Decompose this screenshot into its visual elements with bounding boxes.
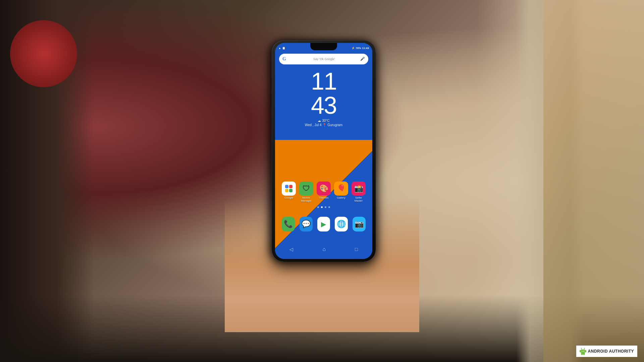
phone-screen: ▲ 📋 ⚡ 78% 11:43 G Say 'Ok Google' 🎤 11 4… — [275, 43, 372, 259]
page-dot-3 — [325, 206, 326, 208]
svg-rect-9 — [585, 350, 586, 352]
clock-hour: 11 — [275, 69, 372, 93]
svg-rect-8 — [580, 350, 581, 352]
android-robot-icon — [580, 348, 586, 355]
navigation-bar: ◁ ⌂ □ — [275, 246, 372, 252]
phone-scene: ▲ 📋 ⚡ 78% 11:43 G Say 'Ok Google' 🎤 11 4… — [225, 30, 419, 332]
app-label-google: Google — [284, 197, 293, 200]
page-dot-1 — [317, 206, 319, 208]
app-label-gallery: Gallery — [337, 197, 345, 200]
screenshot-icon: 📋 — [282, 47, 285, 50]
weather-info: ☁ 30°C — [275, 119, 372, 122]
app-label-mobile-manager: MobileManager — [301, 197, 312, 203]
app-icon-mobile-manager[interactable]: 🛡 MobileManager — [299, 182, 313, 203]
app-icon-gallery[interactable]: 🎈 Gallery — [334, 182, 348, 203]
dock-camera[interactable]: 📷 — [353, 217, 366, 231]
bg-curtain — [543, 0, 644, 362]
dock-phone[interactable]: 📞 — [282, 217, 295, 231]
nav-home-button[interactable]: ⌂ — [322, 246, 326, 252]
svg-point-1 — [582, 351, 582, 352]
page-dot-2 — [321, 206, 323, 208]
svg-rect-10 — [581, 354, 583, 355]
g-dot-green — [289, 189, 292, 192]
dock-messages[interactable]: 💬 — [300, 217, 313, 231]
mic-icon[interactable]: 🎤 — [360, 57, 365, 61]
dock-row: 📞 💬 ▶ 🌐 📷 — [275, 217, 372, 231]
app-icon-selfie-master[interactable]: 📸 SelfieMaster — [352, 182, 366, 203]
google-logo: G — [282, 56, 288, 62]
nav-recents-button[interactable]: □ — [355, 247, 358, 252]
page-dot-4 — [328, 206, 330, 208]
clock-status: 11:43 — [362, 47, 369, 50]
dock-play-store[interactable]: ▶ — [317, 217, 330, 231]
watermark-text: ANDROID AUTHORITY — [588, 349, 634, 354]
clock-minute: 43 — [275, 93, 372, 117]
svg-point-6 — [584, 348, 585, 349]
page-dots — [275, 206, 372, 208]
app-icons-row: Google 🛡 MobileManager 🎨 Themes 🎈 Galler… — [275, 182, 372, 203]
svg-rect-11 — [583, 354, 585, 355]
google-search-bar[interactable]: G Say 'Ok Google' 🎤 — [279, 54, 368, 64]
clock-widget: 11 43 ☁ 30°C Wed , Jul 4 📍 Gurugram — [275, 69, 372, 127]
bluetooth-icon: ⚡ — [352, 47, 355, 50]
bg-red-circle — [10, 20, 77, 87]
phone-notch — [310, 43, 337, 50]
dock-chrome[interactable]: 🌐 — [335, 217, 348, 231]
svg-point-2 — [583, 351, 584, 352]
battery-percentage: 78% — [356, 47, 361, 50]
status-right: ⚡ 78% 11:43 — [352, 47, 369, 50]
wifi-icon: ▲ — [278, 47, 281, 50]
status-left: ▲ 📋 — [278, 47, 285, 50]
watermark: ANDROID AUTHORITY — [576, 346, 637, 357]
nav-back-button[interactable]: ◁ — [289, 247, 293, 252]
g-dot-red — [289, 185, 292, 188]
google-apps-grid — [284, 184, 293, 193]
app-label-themes: Themes — [319, 197, 329, 200]
app-icon-themes[interactable]: 🎨 Themes — [317, 182, 331, 203]
g-dot-blue — [285, 185, 288, 188]
app-icon-google[interactable]: Google — [282, 182, 296, 203]
search-placeholder: Say 'Ok Google' — [290, 57, 358, 61]
svg-rect-0 — [581, 350, 585, 353]
g-dot-yellow — [285, 189, 288, 192]
svg-point-5 — [581, 348, 582, 349]
app-label-selfie-master: SelfieMaster — [355, 197, 363, 203]
date-info: Wed , Jul 4 📍 Gurugram — [275, 123, 372, 127]
